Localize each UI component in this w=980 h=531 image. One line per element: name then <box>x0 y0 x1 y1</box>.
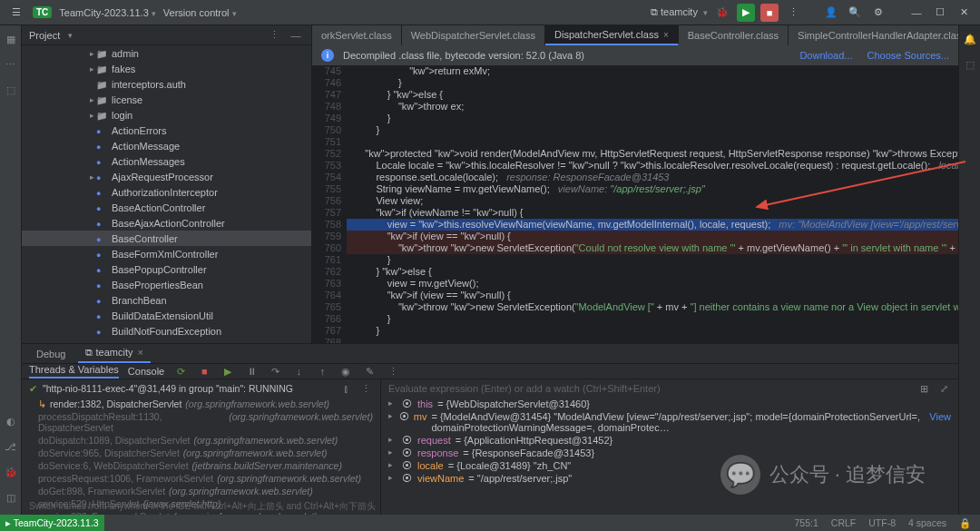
step-over-icon[interactable]: ↷ <box>268 364 282 379</box>
indent[interactable]: 4 spaces <box>908 517 946 529</box>
tree-item-baseformxmlcontroller[interactable]: BaseFormXmlController <box>22 246 311 261</box>
close-icon[interactable]: ✕ <box>955 4 973 22</box>
more-debug-icon[interactable]: ⋮ <box>386 364 400 379</box>
pause-icon[interactable]: ⏸ <box>244 364 259 379</box>
tree-item-actionerrors[interactable]: ActionErrors <box>22 123 311 138</box>
code-line[interactable]: "kw">throw ex; <box>347 101 958 113</box>
layout-icon[interactable]: ⊞ <box>916 381 931 396</box>
tree-item-buildtypebranchbean[interactable]: ▸BuildTypeBranchBean <box>22 339 311 341</box>
tree-item-admin[interactable]: ▸admin <box>22 45 311 61</box>
view-breakpoints-icon[interactable]: ◉ <box>338 364 353 379</box>
editor-tab[interactable]: orkServlet.class <box>312 25 402 45</box>
code-line[interactable]: response.setLocale(locale); response: Re… <box>347 172 958 183</box>
code-line[interactable]: "kw">return exMv; <box>347 65 958 77</box>
code-line[interactable]: String viewName = mv.getViewName(); view… <box>347 183 958 195</box>
code-line[interactable]: view = mv.getView(); <box>347 278 958 290</box>
thread-name[interactable]: "http-nio-8111-exec-4"@31,449 in group "… <box>43 383 293 394</box>
stop-icon[interactable]: ■ <box>197 364 211 379</box>
run-config-selector[interactable]: ⧉ teamcity ▾ <box>651 6 708 18</box>
tree-item-login[interactable]: ▸login <box>22 107 311 123</box>
step-into-icon[interactable]: ↓ <box>291 364 306 379</box>
code-line[interactable]: } <box>347 325 958 337</box>
tree-item-authorizationinterceptor[interactable]: AuthorizationInterceptor <box>22 184 311 200</box>
tree-item-ajaxrequestprocessor[interactable]: ▸AjaxRequestProcessor <box>22 169 311 184</box>
stop-button[interactable]: ■ <box>760 4 779 22</box>
more-frames-icon[interactable]: ⋮ <box>358 381 373 396</box>
structure-tool-icon[interactable]: ⋯ <box>3 56 19 73</box>
commit-tool-icon[interactable]: ◐ <box>3 413 19 429</box>
stack-frame[interactable]: processDispatchResult:1130, DispatcherSe… <box>22 410 380 434</box>
project-header[interactable]: Project <box>29 30 60 41</box>
debug-button[interactable]: 🐞 <box>713 4 731 22</box>
app-menu-icon[interactable]: ☰ <box>7 4 25 22</box>
vcs-menu[interactable]: Version control▾ <box>163 7 237 18</box>
close-tab-icon[interactable]: × <box>663 30 669 40</box>
maximize-icon[interactable]: ☐ <box>931 4 949 22</box>
code-line[interactable] <box>347 136 958 148</box>
code-line[interactable]: } <box>347 113 958 124</box>
code-line[interactable]: "kw">if (viewName != "kw">null) { <box>347 207 958 219</box>
editor-tab[interactable]: SimpleControllerHandlerAdapter.class <box>789 25 958 45</box>
code-line[interactable]: "kw">throw "kw">new ServletException("Co… <box>347 242 958 254</box>
code-line[interactable]: "kw">if (view == "kw">null) { <box>347 290 958 301</box>
readonly-icon[interactable]: 🔒 <box>959 517 971 529</box>
variable-row[interactable]: ▸⦿viewName = "/app/rest/server;.jsp" <box>381 472 958 485</box>
project-tool-icon[interactable]: ▦ <box>3 31 19 47</box>
tree-item-fakes[interactable]: ▸fakes <box>22 61 311 76</box>
code-line[interactable] <box>347 337 958 343</box>
tree-item-basepopupcontroller[interactable]: BasePopupController <box>22 261 311 277</box>
code-line[interactable]: } <box>347 313 958 325</box>
search-icon[interactable]: 🔍 <box>846 4 864 22</box>
build-tool-icon[interactable]: ◫ <box>3 489 19 506</box>
line-ending[interactable]: CRLF <box>831 517 856 529</box>
run-config-tab[interactable]: ⧉ teamcity× <box>78 344 150 363</box>
tree-options-icon[interactable]: ⋮ <box>266 27 282 44</box>
settings-icon[interactable]: ⚙ <box>869 4 887 22</box>
variable-row[interactable]: ▸⦿request = {ApplicationHttpRequest@3145… <box>381 434 958 447</box>
tree-item-actionmessage[interactable]: ActionMessage <box>22 138 311 153</box>
tree-item-actionmessages[interactable]: ActionMessages <box>22 153 311 169</box>
tree-item-branchbean[interactable]: BranchBean <box>22 292 311 308</box>
stack-frame[interactable]: processRequest:1006, FrameworkServlet (o… <box>22 472 380 485</box>
tree-item-basecontroller[interactable]: BaseController <box>22 231 311 246</box>
tree-item-buildnotfoundexception[interactable]: BuildNotFoundException <box>22 323 311 339</box>
step-out-icon[interactable]: ↑ <box>315 364 329 379</box>
variable-row[interactable]: ▸⦿this = {WebDispatcherServlet@31460} <box>381 398 958 410</box>
notifications-icon[interactable]: 🔔 <box>962 31 978 47</box>
choose-sources-link[interactable]: Choose Sources... <box>867 50 950 61</box>
variable-row[interactable]: ▸⦿response = {ResponseFacade@31453} <box>381 447 958 459</box>
stack-frame[interactable]: ↳ render:1382, DispatcherServlet (org.sp… <box>22 398 380 410</box>
code-line[interactable]: } <box>347 124 958 136</box>
git-tool-icon[interactable]: ⎇ <box>3 438 19 455</box>
tree-item-interceptors-auth[interactable]: interceptors.auth <box>22 76 311 92</box>
code-line[interactable]: } <box>347 77 958 89</box>
expand-icon[interactable]: ⤢ <box>936 381 951 396</box>
threads-variables-subtab[interactable]: Threads & Variables <box>29 364 119 379</box>
code-line[interactable]: View view; <box>347 195 958 207</box>
collapse-tree-icon[interactable]: ― <box>288 27 304 44</box>
tree-item-baseactioncontroller[interactable]: BaseActionController <box>22 200 311 215</box>
code-line[interactable]: } <box>347 254 958 266</box>
console-subtab[interactable]: Console <box>128 366 164 377</box>
editor-tab[interactable]: BaseController.class <box>679 25 789 45</box>
project-selector[interactable]: TeamCity-2023.11.3▾ <box>59 7 155 18</box>
bookmarks-tool-icon[interactable]: ⬚ <box>3 82 19 98</box>
tree-item-license[interactable]: ▸license <box>22 92 311 107</box>
stack-frame[interactable]: doService:965, DispatcherServlet (org.sp… <box>22 447 380 459</box>
code-line[interactable]: "kw">if (view == "kw">null) { <box>347 231 958 242</box>
variable-row[interactable]: ▸⦿mv = {ModelAndView@31454} "ModelAndVie… <box>381 410 958 434</box>
user-icon[interactable]: 👤 <box>822 4 840 22</box>
settings-icon[interactable]: ✎ <box>362 364 377 379</box>
stack-frame[interactable]: doGet:898, FrameworkServlet (org.springf… <box>22 485 380 497</box>
editor-tab[interactable]: WebDispatcherServlet.class <box>402 25 545 45</box>
rerun-icon[interactable]: ⟳ <box>173 364 188 379</box>
run-button[interactable]: ▶ <box>737 4 755 22</box>
download-sources-link[interactable]: Download... <box>799 50 852 61</box>
database-icon[interactable]: ⬚ <box>962 56 978 73</box>
filter-frames-icon[interactable]: ⫿ <box>338 381 353 396</box>
code-line[interactable]: "kw">throw "kw">new ServletException("Mo… <box>347 301 958 313</box>
editor-tab[interactable]: DispatcherServlet.class× <box>545 25 679 45</box>
code-line[interactable]: } "kw">else { <box>347 266 958 278</box>
variable-row[interactable]: ▸⦿locale = {Locale@31489} "zh_CN" <box>381 459 958 472</box>
code-line[interactable]: view = "kw">this.resolveViewName(viewNam… <box>347 219 958 231</box>
